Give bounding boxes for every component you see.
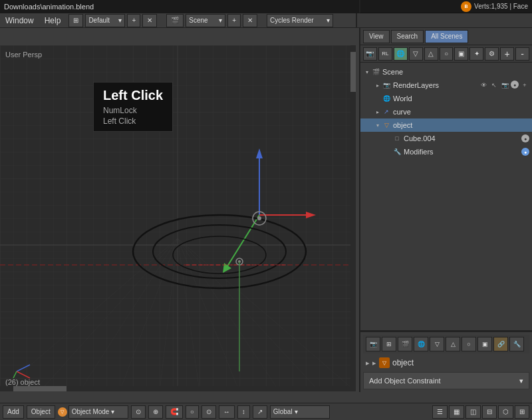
add-icon[interactable]: + (520, 81, 529, 90)
render-engine-dropdown[interactable]: Cycles Render ▾ (267, 14, 333, 27)
render-icon[interactable]: 📷 (500, 81, 509, 90)
tree-modifiers[interactable]: 🔧 Modifiers ● (360, 145, 532, 158)
manip-btn[interactable]: ↔ (219, 405, 235, 419)
prop-icon-object[interactable]: ▽ (430, 337, 444, 351)
select-icon[interactable]: ↖ (489, 81, 499, 90)
mode-label: Object Mode (72, 408, 110, 415)
tree-world[interactable]: 🌐 World (360, 92, 532, 105)
tree-arrow-scene: ▾ (363, 68, 371, 76)
cube-label: Cube.004 (404, 134, 521, 142)
ptool-renderlayers[interactable]: RL (378, 47, 392, 61)
manip-btn2[interactable]: ↕ (237, 405, 250, 419)
prop-icon-modifiers[interactable]: 🔧 (509, 337, 524, 351)
ptool-particle[interactable]: ✦ (469, 47, 483, 61)
tree-arrow-rl: ▸ (374, 81, 382, 89)
scene-dropdown[interactable]: Scene ▾ (186, 14, 225, 27)
ptool-mesh[interactable]: △ (424, 47, 438, 61)
renderlayers-icon: 📷 (382, 81, 391, 90)
prop-icon-material[interactable]: ○ (462, 337, 476, 351)
scene-icon-btn[interactable]: 🎬 (166, 14, 184, 27)
curve-label: curve (393, 108, 529, 116)
add-constraint-button[interactable]: Add Object Constraint ▾ (363, 372, 529, 389)
manip-btn3[interactable]: ↗ (253, 405, 267, 419)
tree-scene-root[interactable]: ▾ 🎬 Scene (360, 65, 532, 79)
right-panel: View Search All Scenes 📷 RL 🌐 ▽ △ ○ ▣ ✦ … (359, 28, 532, 392)
tooltip-sub-text: Left Click (103, 116, 163, 126)
tooltip-key-text: NumLock (103, 106, 163, 115)
scene-tree: ▾ 🎬 Scene ▸ 📷 RenderLayers 👁 ↖ 📷 ● + 🌐 W… (360, 63, 532, 330)
blender-logo-icon: B (461, 1, 471, 12)
menu-help[interactable]: Help (39, 13, 66, 28)
tab-view[interactable]: View (363, 30, 390, 43)
tooltip-box: Left Click NumLock Left Click (93, 82, 173, 132)
tooltip-main-text: Left Click (103, 88, 163, 103)
prop-icon-render[interactable]: ⊞ (382, 337, 396, 351)
world-icon: 🌐 (382, 94, 391, 103)
layout-icon-btn[interactable]: ⊞ (68, 14, 83, 27)
mode-chevron: ▾ (111, 408, 114, 415)
object-label-status: Object (31, 408, 51, 415)
tree-curve[interactable]: ▸ ↗ curve (360, 105, 532, 118)
object-button[interactable]: Object (27, 405, 55, 419)
prop-icon-texture[interactable]: ▣ (477, 337, 492, 351)
add-button[interactable]: Add (3, 405, 24, 419)
pivot-btn2[interactable]: ⊕ (148, 405, 163, 419)
global-dropdown[interactable]: Global ▾ (270, 405, 330, 419)
blender-header: B Verts:1,935 | Face (359, 0, 532, 13)
render-engine-label: Cycles Render (270, 17, 314, 24)
tab-search[interactable]: Search (391, 30, 424, 43)
icon-btn-1[interactable]: ☰ (432, 405, 448, 419)
pivot-btn1[interactable]: ⊙ (131, 405, 146, 419)
tree-renderlayers[interactable]: ▸ 📷 RenderLayers 👁 ↖ 📷 ● + (360, 79, 532, 92)
viewport-scrollbar-h[interactable] (0, 386, 356, 391)
icon-btn-4[interactable]: ⊟ (482, 405, 497, 419)
add-constraint-chevron: ▾ (519, 377, 523, 385)
layout-dropdown[interactable]: Default ▾ (85, 14, 125, 27)
layout-add-btn[interactable]: + (127, 14, 140, 27)
object-label: object (393, 121, 529, 129)
icon-btn-5[interactable]: ⬡ (498, 405, 513, 419)
viewport-label: User Persp (5, 51, 42, 59)
eye-icon[interactable]: 👁 (479, 81, 488, 90)
ptool-object[interactable]: ▽ (409, 47, 423, 61)
ptool-texture[interactable]: ▣ (454, 47, 468, 61)
mod-circle-icon[interactable]: ● (521, 148, 529, 156)
snap-btn[interactable]: 🧲 (166, 405, 183, 419)
tree-object[interactable]: ▾ ▽ object (360, 118, 532, 132)
prop-icon-mesh[interactable]: △ (446, 337, 460, 351)
ptool-material[interactable]: ○ (440, 47, 454, 61)
renderlayers-actions: 👁 ↖ 📷 ● + (479, 81, 529, 90)
viewport[interactable]: User Persp Left Click NumLock Left Click… (0, 45, 356, 391)
ptool-world[interactable]: 🌐 (394, 47, 408, 61)
icon-btn-2[interactable]: ▦ (449, 405, 464, 419)
prop-icon-camera[interactable]: 📷 (366, 337, 380, 351)
camera-icon[interactable]: ● (511, 81, 519, 89)
ptool-add[interactable]: + (500, 47, 514, 61)
prop-edit-btn[interactable]: ○ (186, 405, 199, 419)
ptool-subtract[interactable]: - (515, 47, 529, 61)
tree-cube004[interactable]: □ Cube.004 ● (360, 132, 532, 145)
icon-btn-3[interactable]: ◫ (466, 405, 481, 419)
cube-circle-icon[interactable]: ● (521, 134, 529, 142)
prop-icon-world[interactable]: 🌐 (414, 337, 428, 351)
layout-close-btn[interactable]: ✕ (142, 14, 157, 27)
svg-point-33 (257, 216, 261, 220)
menu-window[interactable]: Window (0, 13, 39, 28)
viewport-scrollbar-v[interactable] (350, 45, 356, 391)
scene-icon: 🎬 (371, 67, 380, 77)
tab-all-scenes[interactable]: All Scenes (425, 30, 468, 43)
ptool-physics[interactable]: ⚙ (485, 47, 499, 61)
mode-selector[interactable]: ▽ Object Mode ▾ (58, 405, 128, 419)
prop-edit-btn2[interactable]: ⊙ (201, 405, 216, 419)
prop-icon-constraints[interactable]: 🔗 (493, 337, 508, 351)
ptool-camera[interactable]: 📷 (363, 47, 377, 61)
prop-icon-scene[interactable]: 🎬 (398, 337, 412, 351)
chevron-down-icon2: ▾ (219, 17, 222, 24)
scrollbar-thumb-v[interactable] (350, 52, 356, 92)
scene-add-btn[interactable]: + (227, 14, 241, 27)
tree-arrow-mod (384, 148, 392, 156)
icon-btn-6[interactable]: ⊞ (515, 405, 529, 419)
scrollbar-thumb-h[interactable] (13, 386, 66, 391)
scene-close-btn[interactable]: ✕ (243, 14, 257, 27)
mode-dropdown[interactable]: Object Mode ▾ (68, 405, 128, 419)
